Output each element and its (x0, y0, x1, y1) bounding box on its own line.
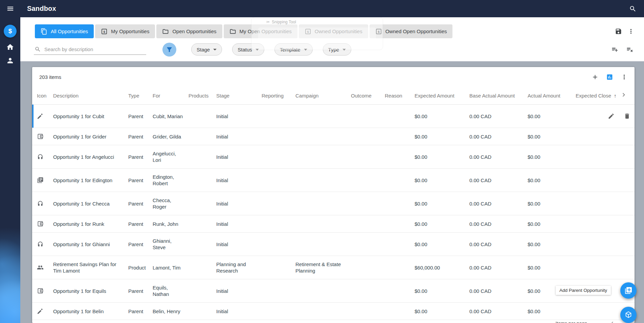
row-actions-cell (618, 233, 635, 256)
add-product-opportunity-button[interactable] (620, 307, 637, 323)
pagination-bar: Items per page (32, 320, 635, 323)
svg-text:$: $ (307, 30, 309, 33)
cell-description: Opportunity 1 for Angelucci (53, 145, 128, 169)
table-row[interactable]: Opportunity 1 for Checca Parent Checca, … (32, 192, 635, 215)
stage-filter-dropdown[interactable]: Stage (191, 43, 222, 56)
cell-outcome (351, 215, 385, 233)
sidebar-item-opportunities[interactable]: $ (4, 25, 17, 38)
add-column-button[interactable] (590, 71, 601, 83)
add-copy-icon (624, 286, 632, 295)
filter-button[interactable] (162, 43, 176, 57)
cell-campaign (295, 145, 351, 169)
view-my-open-opportunities[interactable]: My Open Opportunities (224, 24, 297, 38)
bar-chart-icon (606, 73, 613, 81)
view-owned-opportunities[interactable]: $ Owned Opportunities (299, 24, 368, 38)
scroll-columns-right[interactable] (618, 87, 635, 105)
col-campaign[interactable]: Campaign (295, 87, 351, 105)
results-overflow-menu-button[interactable] (619, 71, 630, 83)
col-type[interactable]: Type (128, 87, 153, 105)
table-row[interactable]: Opportunity 1 for Grider Parent Grider, … (32, 128, 635, 145)
col-description[interactable]: Description (53, 87, 128, 105)
table-row[interactable]: Opportunity 1 for Runk Parent Runk, John… (32, 215, 635, 233)
template-filter-dropdown[interactable]: Template (274, 43, 313, 56)
col-expected-amount[interactable]: Expected Amount (415, 87, 469, 105)
cell-expected-close (576, 215, 618, 233)
col-for[interactable]: For (153, 87, 188, 105)
col-base-actual-amount[interactable]: Base Actual Amount (469, 87, 528, 105)
cell-reason (385, 233, 415, 256)
cell-type: Parent (128, 279, 153, 303)
table-row[interactable]: Opportunity 1 for Angelucci Parent Angel… (32, 145, 635, 169)
col-reporting[interactable]: Reporting (262, 87, 295, 105)
clear-list-button[interactable] (624, 44, 635, 55)
cell-base-actual-amount: 0.00 CAD (469, 215, 528, 233)
type-filter-dropdown[interactable]: Type (323, 43, 352, 56)
cell-products (188, 303, 216, 320)
hamburger-menu-button[interactable] (0, 5, 20, 13)
headset-icon (37, 153, 48, 160)
boxed-dollar-icon: $ (305, 28, 311, 35)
global-search-button[interactable] (629, 5, 637, 13)
cell-base-actual-amount: 0.00 CAD (469, 279, 528, 303)
col-products[interactable]: Products (188, 87, 216, 105)
cell-stage: Initial (216, 215, 262, 233)
headset-icon (37, 241, 48, 247)
view-label: My Open Opportunities (240, 28, 292, 34)
row-actions-cell (618, 128, 635, 145)
view-all-opportunities[interactable]: All Opportunities (35, 24, 94, 38)
col-stage[interactable]: Stage (216, 87, 262, 105)
cell-stage: Planning and Research (216, 256, 262, 279)
search-input[interactable] (44, 46, 146, 52)
cell-reporting (262, 169, 295, 192)
cell-description: Opportunity 1 for Runk (53, 215, 128, 233)
previous-page-button[interactable] (609, 320, 616, 323)
cell-stage: Initial (216, 128, 262, 145)
cell-campaign (295, 215, 351, 233)
dollar-icon: $ (8, 27, 12, 35)
chart-view-button[interactable] (604, 71, 615, 83)
col-actual-amount[interactable]: Actual Amount (528, 87, 576, 105)
chevron-down-icon (304, 49, 307, 50)
cell-stage: Initial (216, 145, 262, 169)
cell-reason (385, 303, 415, 320)
cell-campaign (295, 192, 351, 215)
delete-row-button[interactable] (624, 113, 630, 120)
table-row[interactable]: Opportunity 1 for Belin Parent Belin, He… (32, 303, 635, 320)
wallet-icon (37, 133, 48, 140)
people-icon (37, 264, 48, 271)
cell-description: Opportunity 1 for Ghianni (53, 233, 128, 256)
view-my-opportunities[interactable]: $ My Opportunities (95, 24, 155, 38)
save-view-button[interactable] (613, 26, 624, 37)
view-owned-open-opportunities[interactable]: $ Owned Open Opportunities (370, 24, 453, 38)
plus-icon (592, 73, 599, 81)
table-row[interactable]: Opportunity 1 for Edington Parent Edingt… (32, 169, 635, 192)
cell-reporting (262, 233, 295, 256)
table-row[interactable]: Opportunity 1 for Ghianni Parent Ghianni… (32, 233, 635, 256)
table-row[interactable]: Opportunity 1 for Equils Parent Equils, … (32, 279, 635, 303)
add-parent-opportunity-button[interactable] (620, 282, 637, 299)
views-overflow-menu-button[interactable] (625, 26, 637, 37)
col-reason[interactable]: Reason (385, 87, 415, 105)
cell-outcome (351, 192, 385, 215)
cell-expected-amount: $0.00 (415, 105, 469, 128)
book-icon (37, 177, 48, 184)
funnel-icon (166, 46, 173, 53)
cell-for: Edington, Robert (153, 169, 188, 192)
boxed-dollar-icon: $ (375, 28, 382, 35)
table-row[interactable]: Retirement Savings Plan for Tim Lamont P… (32, 256, 635, 279)
cube-icon (624, 311, 632, 319)
view-open-opportunities[interactable]: Open Opportunities (156, 24, 222, 38)
status-filter-dropdown[interactable]: Status (232, 43, 264, 56)
cell-products (188, 128, 216, 145)
cell-expected-close (576, 145, 618, 169)
col-outcome[interactable]: Outcome (351, 87, 385, 105)
table-row[interactable]: Opportunity 1 for Cubit Parent Cubit, Ma… (32, 105, 635, 128)
sidebar-item-contacts[interactable] (6, 57, 14, 65)
cell-expected-close (576, 303, 618, 320)
cell-products (188, 256, 216, 279)
sidebar-item-home[interactable] (6, 43, 14, 51)
add-to-list-button[interactable] (609, 44, 620, 55)
edit-row-button[interactable] (608, 113, 615, 120)
col-expected-close[interactable]: Expected Close↑ (576, 87, 618, 105)
col-icon[interactable]: Icon (32, 87, 53, 105)
